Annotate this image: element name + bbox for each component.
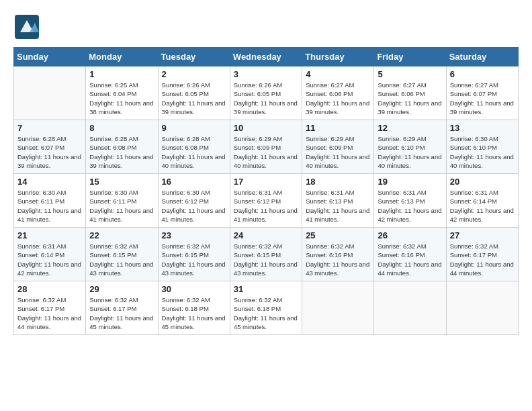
calendar-cell: 16Sunrise: 6:30 AMSunset: 6:12 PMDayligh… [158,174,230,228]
calendar-week-row: 7Sunrise: 6:28 AMSunset: 6:07 PMDaylight… [14,120,519,174]
day-number: 30 [162,284,226,294]
calendar-cell: 26Sunrise: 6:32 AMSunset: 6:16 PMDayligh… [374,228,446,281]
day-info: Sunrise: 6:32 AMSunset: 6:16 PMDaylight:… [378,242,442,277]
day-info: Sunrise: 6:32 AMSunset: 6:17 PMDaylight:… [17,295,82,331]
calendar-cell [446,281,518,335]
day-number: 5 [378,69,442,79]
calendar-cell: 8Sunrise: 6:28 AMSunset: 6:08 PMDaylight… [86,120,158,174]
header-thursday: Thursday [302,48,374,66]
calendar-week-row: 21Sunrise: 6:31 AMSunset: 6:14 PMDayligh… [14,228,519,281]
calendar-cell: 30Sunrise: 6:32 AMSunset: 6:18 PMDayligh… [158,281,230,335]
day-number: 23 [162,230,226,240]
day-number: 18 [306,177,370,187]
day-info: Sunrise: 6:31 AMSunset: 6:13 PMDaylight:… [306,188,370,224]
day-number: 26 [378,230,442,240]
calendar-cell: 27Sunrise: 6:32 AMSunset: 6:17 PMDayligh… [446,228,518,281]
logo-icon [13,13,40,40]
calendar-week-row: 1Sunrise: 6:25 AMSunset: 6:04 PMDaylight… [14,66,519,120]
day-info: Sunrise: 6:31 AMSunset: 6:12 PMDaylight:… [234,188,298,224]
day-number: 16 [162,177,226,187]
day-info: Sunrise: 6:26 AMSunset: 6:05 PMDaylight:… [162,81,226,116]
calendar-cell: 6Sunrise: 6:27 AMSunset: 6:07 PMDaylight… [446,66,518,120]
day-number: 31 [234,284,298,294]
day-info: Sunrise: 6:32 AMSunset: 6:15 PMDaylight:… [234,242,298,277]
day-info: Sunrise: 6:28 AMSunset: 6:08 PMDaylight:… [89,134,154,170]
header-saturday: Saturday [446,48,518,66]
day-info: Sunrise: 6:31 AMSunset: 6:13 PMDaylight:… [378,188,442,224]
calendar-week-row: 14Sunrise: 6:30 AMSunset: 6:11 PMDayligh… [14,174,519,228]
header-tuesday: Tuesday [158,48,230,66]
day-info: Sunrise: 6:32 AMSunset: 6:16 PMDaylight:… [306,242,370,277]
day-info: Sunrise: 6:28 AMSunset: 6:08 PMDaylight:… [162,134,226,170]
day-info: Sunrise: 6:30 AMSunset: 6:11 PMDaylight:… [89,188,154,224]
calendar-cell: 25Sunrise: 6:32 AMSunset: 6:16 PMDayligh… [302,228,374,281]
day-info: Sunrise: 6:32 AMSunset: 6:18 PMDaylight:… [162,295,226,331]
calendar-cell: 5Sunrise: 6:27 AMSunset: 6:06 PMDaylight… [374,66,446,120]
calendar-cell: 1Sunrise: 6:25 AMSunset: 6:04 PMDaylight… [86,66,158,120]
day-number: 20 [450,177,515,187]
calendar-week-row: 28Sunrise: 6:32 AMSunset: 6:17 PMDayligh… [14,281,519,335]
calendar-cell: 14Sunrise: 6:30 AMSunset: 6:11 PMDayligh… [14,174,86,228]
day-number: 27 [450,230,515,240]
day-number: 29 [89,284,154,294]
day-info: Sunrise: 6:30 AMSunset: 6:11 PMDaylight:… [17,188,82,224]
day-info: Sunrise: 6:26 AMSunset: 6:05 PMDaylight:… [234,81,298,116]
day-info: Sunrise: 6:32 AMSunset: 6:18 PMDaylight:… [234,295,298,331]
day-info: Sunrise: 6:29 AMSunset: 6:10 PMDaylight:… [378,134,442,170]
day-info: Sunrise: 6:27 AMSunset: 6:07 PMDaylight:… [450,81,515,116]
day-number: 13 [450,123,515,133]
calendar-cell: 9Sunrise: 6:28 AMSunset: 6:08 PMDaylight… [158,120,230,174]
header-monday: Monday [86,48,158,66]
day-number: 3 [234,69,298,79]
calendar-cell: 31Sunrise: 6:32 AMSunset: 6:18 PMDayligh… [230,281,302,335]
calendar-cell: 22Sunrise: 6:32 AMSunset: 6:15 PMDayligh… [86,228,158,281]
calendar-cell: 19Sunrise: 6:31 AMSunset: 6:13 PMDayligh… [374,174,446,228]
day-number: 1 [89,69,154,79]
day-info: Sunrise: 6:27 AMSunset: 6:06 PMDaylight:… [378,81,442,116]
day-number: 12 [378,123,442,133]
day-info: Sunrise: 6:28 AMSunset: 6:07 PMDaylight:… [17,134,82,170]
day-number: 17 [234,177,298,187]
day-number: 4 [306,69,370,79]
page-header [13,13,519,40]
calendar-cell: 15Sunrise: 6:30 AMSunset: 6:11 PMDayligh… [86,174,158,228]
calendar-cell: 17Sunrise: 6:31 AMSunset: 6:12 PMDayligh… [230,174,302,228]
calendar-cell: 3Sunrise: 6:26 AMSunset: 6:05 PMDaylight… [230,66,302,120]
calendar-cell: 20Sunrise: 6:31 AMSunset: 6:14 PMDayligh… [446,174,518,228]
day-info: Sunrise: 6:30 AMSunset: 6:12 PMDaylight:… [162,188,226,224]
calendar-cell: 28Sunrise: 6:32 AMSunset: 6:17 PMDayligh… [14,281,86,335]
calendar-cell [302,281,374,335]
header-sunday: Sunday [14,48,86,66]
day-info: Sunrise: 6:27 AMSunset: 6:06 PMDaylight:… [306,81,370,116]
calendar-cell: 24Sunrise: 6:32 AMSunset: 6:15 PMDayligh… [230,228,302,281]
logo [13,13,43,40]
day-number: 8 [89,123,154,133]
day-number: 19 [378,177,442,187]
day-info: Sunrise: 6:29 AMSunset: 6:09 PMDaylight:… [234,134,298,170]
day-number: 21 [17,230,82,240]
day-number: 6 [450,69,515,79]
calendar-cell: 21Sunrise: 6:31 AMSunset: 6:14 PMDayligh… [14,228,86,281]
day-info: Sunrise: 6:25 AMSunset: 6:04 PMDaylight:… [89,81,154,116]
day-number: 22 [89,230,154,240]
calendar-cell: 29Sunrise: 6:32 AMSunset: 6:17 PMDayligh… [86,281,158,335]
calendar-cell: 2Sunrise: 6:26 AMSunset: 6:05 PMDaylight… [158,66,230,120]
day-number: 14 [17,177,82,187]
calendar-cell: 7Sunrise: 6:28 AMSunset: 6:07 PMDaylight… [14,120,86,174]
day-number: 2 [162,69,226,79]
calendar-cell: 4Sunrise: 6:27 AMSunset: 6:06 PMDaylight… [302,66,374,120]
calendar-cell: 12Sunrise: 6:29 AMSunset: 6:10 PMDayligh… [374,120,446,174]
day-number: 28 [17,284,82,294]
calendar-table: SundayMondayTuesdayWednesdayThursdayFrid… [13,47,519,335]
day-info: Sunrise: 6:31 AMSunset: 6:14 PMDaylight:… [450,188,515,224]
day-number: 9 [162,123,226,133]
header-wednesday: Wednesday [230,48,302,66]
day-number: 25 [306,230,370,240]
calendar-cell [14,66,86,120]
day-info: Sunrise: 6:30 AMSunset: 6:10 PMDaylight:… [450,134,515,170]
calendar-cell: 10Sunrise: 6:29 AMSunset: 6:09 PMDayligh… [230,120,302,174]
day-number: 11 [306,123,370,133]
calendar-cell: 13Sunrise: 6:30 AMSunset: 6:10 PMDayligh… [446,120,518,174]
day-info: Sunrise: 6:29 AMSunset: 6:09 PMDaylight:… [306,134,370,170]
day-info: Sunrise: 6:32 AMSunset: 6:17 PMDaylight:… [89,295,154,331]
